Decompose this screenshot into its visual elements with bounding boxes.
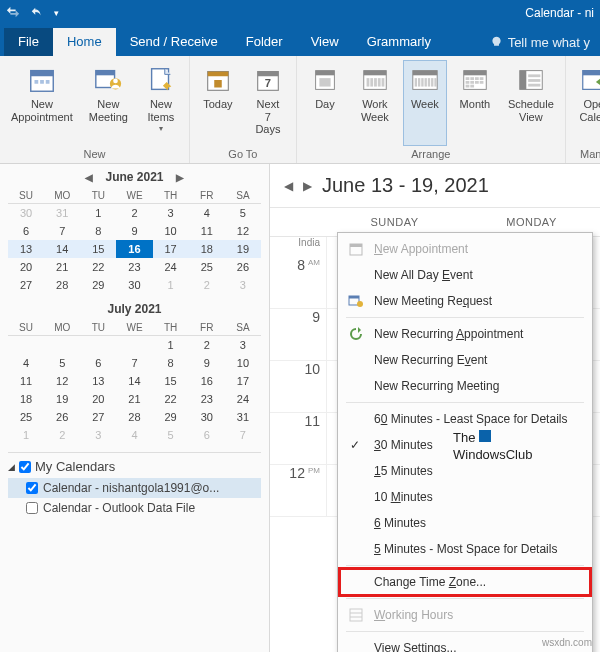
next-week-icon[interactable]: ▶ [303, 179, 312, 193]
cal-day[interactable]: 20 [8, 258, 44, 276]
cal-day[interactable]: 3 [153, 204, 189, 223]
cal-day[interactable]: 3 [80, 426, 116, 444]
calendar-item[interactable]: Calendar - nishantgola1991@o... [8, 478, 261, 498]
cal-day[interactable]: 19 [225, 240, 261, 258]
mini-calendar-june[interactable]: ◀ June 2021 ▶ SUMOTUWETHFRSA303112345678… [8, 170, 261, 294]
mini-cal-grid[interactable]: SUMOTUWETHFRSA12345678910111213141516171… [8, 320, 261, 444]
cal-day[interactable]: 17 [225, 372, 261, 390]
menu-new-all-day-event[interactable]: New All Day Event [340, 262, 590, 288]
menu-new-meeting-request[interactable]: New Meeting Request [340, 288, 590, 314]
cal-day[interactable]: 6 [80, 354, 116, 372]
menu-change-time-zone[interactable]: Change Time Zone... [340, 569, 590, 595]
cal-day[interactable]: 15 [153, 372, 189, 390]
cal-day[interactable]: 3 [225, 276, 261, 294]
cal-day[interactable]: 23 [189, 390, 225, 408]
collapse-icon[interactable]: ◢ [8, 462, 15, 472]
cal-day[interactable]: 4 [189, 204, 225, 223]
cal-day[interactable]: 25 [8, 408, 44, 426]
menu-6-minutes[interactable]: 6 Minutes [340, 510, 590, 536]
cal-day[interactable]: 19 [44, 390, 80, 408]
cal-day[interactable]: 6 [8, 222, 44, 240]
send-receive-icon[interactable] [6, 5, 20, 22]
cal-day[interactable]: 16 [116, 240, 152, 258]
cal-day[interactable]: 11 [189, 222, 225, 240]
calendar-checkbox[interactable] [26, 482, 38, 494]
mini-cal-grid[interactable]: SUMOTUWETHFRSA30311234567891011121314151… [8, 188, 261, 294]
menu-new-recurring-appointment[interactable]: New Recurring Appointment [340, 321, 590, 347]
tab-file[interactable]: File [4, 28, 53, 56]
cal-day[interactable]: 10 [225, 354, 261, 372]
next-month-icon[interactable]: ▶ [172, 172, 188, 183]
menu-working-hours[interactable]: Working Hours [340, 602, 590, 628]
cal-day[interactable]: 1 [8, 426, 44, 444]
cal-day[interactable]: 15 [80, 240, 116, 258]
cal-day[interactable]: 30 [116, 276, 152, 294]
cal-day[interactable]: 27 [8, 276, 44, 294]
month-button[interactable]: Month [453, 60, 497, 146]
cal-day[interactable]: 21 [44, 258, 80, 276]
cal-day[interactable]: 27 [80, 408, 116, 426]
cal-day[interactable]: 4 [8, 354, 44, 372]
next-7-days-button[interactable]: 7 Next 7 Days [246, 60, 290, 146]
cal-day[interactable]: 25 [189, 258, 225, 276]
cal-day[interactable]: 14 [116, 372, 152, 390]
cal-day[interactable]: 18 [8, 390, 44, 408]
cal-day[interactable] [80, 336, 116, 355]
cal-day[interactable]: 1 [80, 204, 116, 223]
week-button[interactable]: Week [403, 60, 447, 146]
cal-day[interactable]: 31 [225, 408, 261, 426]
cal-day[interactable]: 24 [153, 258, 189, 276]
cal-day[interactable]: 30 [189, 408, 225, 426]
new-meeting-button[interactable]: New Meeting [84, 60, 133, 146]
cal-day[interactable]: 14 [44, 240, 80, 258]
cal-day[interactable]: 12 [44, 372, 80, 390]
cal-day[interactable]: 12 [225, 222, 261, 240]
cal-day[interactable]: 10 [153, 222, 189, 240]
cal-day[interactable] [44, 336, 80, 355]
my-calendars-header[interactable]: ◢ My Calendars [8, 459, 261, 474]
cal-day[interactable]: 2 [189, 336, 225, 355]
menu-5-minutes[interactable]: 5 Minutes - Most Space for Details [340, 536, 590, 562]
calendar-checkbox[interactable] [26, 502, 38, 514]
tab-grammarly[interactable]: Grammarly [353, 28, 445, 56]
cal-day[interactable]: 5 [153, 426, 189, 444]
cal-day[interactable]: 2 [44, 426, 80, 444]
new-items-button[interactable]: New Items ▾ [139, 60, 183, 146]
cal-day[interactable]: 6 [189, 426, 225, 444]
cal-day[interactable]: 1 [153, 336, 189, 355]
cal-day[interactable]: 24 [225, 390, 261, 408]
cal-day[interactable]: 28 [116, 408, 152, 426]
schedule-view-button[interactable]: Schedule View [503, 60, 559, 146]
cal-day[interactable]: 26 [44, 408, 80, 426]
tab-home[interactable]: Home [53, 28, 116, 56]
cal-day[interactable]: 30 [8, 204, 44, 223]
qat-dropdown-icon[interactable]: ▾ [54, 8, 59, 18]
cal-day[interactable]: 11 [8, 372, 44, 390]
my-calendars-checkbox[interactable] [19, 461, 31, 473]
cal-day[interactable]: 7 [225, 426, 261, 444]
cal-day[interactable]: 20 [80, 390, 116, 408]
cal-day[interactable]: 28 [44, 276, 80, 294]
cal-day[interactable] [8, 336, 44, 355]
cal-day[interactable] [116, 336, 152, 355]
prev-week-icon[interactable]: ◀ [284, 179, 293, 193]
cal-day[interactable]: 23 [116, 258, 152, 276]
cal-day[interactable]: 22 [80, 258, 116, 276]
cal-day[interactable]: 8 [153, 354, 189, 372]
cal-day[interactable]: 13 [8, 240, 44, 258]
cal-day[interactable]: 2 [189, 276, 225, 294]
cal-day[interactable]: 17 [153, 240, 189, 258]
cal-day[interactable]: 22 [153, 390, 189, 408]
mini-calendar-july[interactable]: July 2021 SUMOTUWETHFRSA1234567891011121… [8, 302, 261, 444]
work-week-button[interactable]: Work Week [353, 60, 397, 146]
tab-send-receive[interactable]: Send / Receive [116, 28, 232, 56]
menu-10-minutes[interactable]: 10 Minutes [340, 484, 590, 510]
tab-folder[interactable]: Folder [232, 28, 297, 56]
cal-day[interactable]: 1 [153, 276, 189, 294]
menu-new-recurring-event[interactable]: New Recurring Event [340, 347, 590, 373]
cal-day[interactable]: 31 [44, 204, 80, 223]
menu-new-recurring-meeting[interactable]: New Recurring Meeting [340, 373, 590, 399]
undo-icon[interactable] [30, 5, 44, 22]
cal-day[interactable]: 7 [44, 222, 80, 240]
cal-day[interactable]: 4 [116, 426, 152, 444]
